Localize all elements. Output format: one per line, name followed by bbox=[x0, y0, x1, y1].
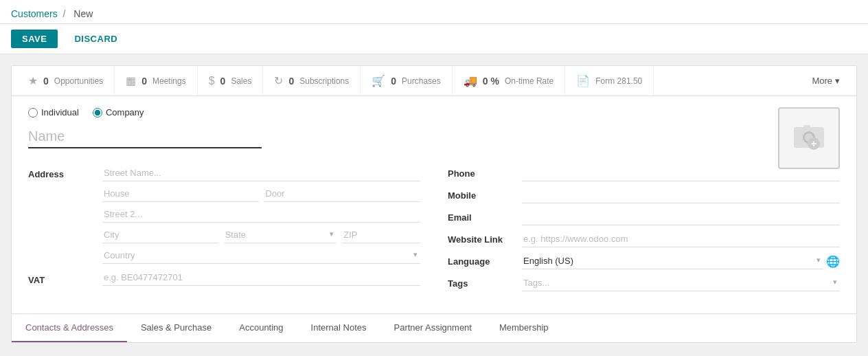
top-bar: Customers / New bbox=[0, 0, 868, 24]
meetings-count: 0 bbox=[141, 76, 147, 87]
zip-input[interactable] bbox=[342, 227, 420, 243]
opportunities-count: 0 bbox=[43, 76, 49, 87]
phone-label: Phone bbox=[448, 168, 516, 179]
breadcrumb-current: New bbox=[73, 8, 93, 19]
tab-partner-assignment[interactable]: Partner Assignment bbox=[380, 314, 486, 342]
calendar-icon: ▦ bbox=[126, 74, 136, 87]
svg-rect-3 bbox=[803, 125, 810, 129]
camera-icon: + bbox=[792, 122, 825, 155]
dollar-icon: $ bbox=[209, 75, 215, 87]
right-column: Phone Mobile Email bbox=[448, 165, 840, 297]
tab-membership[interactable]: Membership bbox=[486, 314, 562, 342]
subscriptions-count: 0 bbox=[288, 76, 294, 87]
stat-sales[interactable]: $ 0 Sales bbox=[198, 66, 264, 96]
purchases-count: 0 bbox=[391, 76, 396, 87]
type-selector: Individual Company bbox=[28, 107, 840, 118]
street2-input[interactable] bbox=[102, 206, 420, 223]
tags-row: Tags Tags... bbox=[448, 275, 840, 291]
website-row: Website Link bbox=[448, 231, 840, 247]
ontime-count: 0 % bbox=[483, 76, 499, 87]
stat-purchases[interactable]: 🛒 0 Purchases bbox=[361, 66, 453, 96]
city-input[interactable] bbox=[102, 227, 218, 243]
name-input[interactable] bbox=[28, 126, 262, 148]
truck-icon: 🚚 bbox=[464, 74, 477, 87]
stat-form[interactable]: 📄 Form 281.50 bbox=[565, 66, 654, 96]
vat-label: VAT bbox=[28, 271, 97, 285]
stat-ontime[interactable]: 🚚 0 % On-time Rate bbox=[453, 66, 565, 96]
left-column: Address bbox=[28, 165, 420, 297]
company-radio[interactable]: Company bbox=[93, 107, 144, 118]
individual-label: Individual bbox=[41, 107, 79, 118]
address-inputs: State Country bbox=[102, 165, 420, 264]
tab-internal-notes[interactable]: Internal Notes bbox=[297, 314, 380, 342]
state-select[interactable]: State bbox=[224, 227, 337, 243]
tags-label: Tags bbox=[448, 278, 516, 289]
stat-opportunities[interactable]: ★ 0 Opportunities bbox=[17, 66, 115, 96]
language-globe-icon[interactable]: 🌐 bbox=[826, 255, 840, 268]
ontime-label: On-time Rate bbox=[505, 76, 553, 86]
doc-icon: 📄 bbox=[576, 74, 590, 87]
website-input[interactable] bbox=[522, 231, 840, 247]
email-row: Email bbox=[448, 209, 840, 225]
meetings-label: Meetings bbox=[152, 76, 186, 86]
chevron-down-icon: ▾ bbox=[835, 76, 840, 86]
breadcrumb: Customers / New bbox=[11, 4, 857, 23]
stat-meetings[interactable]: ▦ 0 Meetings bbox=[115, 66, 198, 96]
vat-input[interactable] bbox=[102, 269, 420, 286]
discard-button[interactable]: DISCARD bbox=[63, 30, 128, 48]
stat-bar: ★ 0 Opportunities ▦ 0 Meetings $ 0 Sales… bbox=[12, 66, 856, 96]
form-area: + Individual Company bbox=[12, 96, 856, 313]
breadcrumb-separator: / bbox=[63, 8, 66, 19]
add-photo-icon: + bbox=[808, 137, 820, 150]
refresh-icon: ↻ bbox=[274, 74, 283, 87]
tabs-bar: Contacts & Addresses Sales & Purchase Ac… bbox=[12, 313, 856, 342]
website-label: Website Link bbox=[448, 234, 516, 245]
vat-row: VAT bbox=[28, 269, 420, 286]
address-row: Address bbox=[28, 165, 420, 264]
individual-radio-input[interactable] bbox=[28, 108, 38, 118]
individual-radio[interactable]: Individual bbox=[28, 107, 79, 118]
language-select[interactable]: English (US) bbox=[522, 253, 823, 269]
tags-select[interactable]: Tags... bbox=[522, 275, 840, 291]
customer-form-card: ★ 0 Opportunities ▦ 0 Meetings $ 0 Sales… bbox=[11, 65, 857, 343]
more-button[interactable]: More ▾ bbox=[801, 66, 851, 96]
house-input[interactable] bbox=[102, 186, 259, 202]
mobile-input[interactable] bbox=[522, 187, 840, 203]
subscriptions-label: Subscriptions bbox=[299, 76, 349, 86]
mobile-row: Mobile bbox=[448, 187, 840, 203]
sales-count: 0 bbox=[220, 76, 226, 87]
company-label: Company bbox=[106, 107, 144, 118]
company-radio-input[interactable] bbox=[93, 108, 102, 118]
cart-icon: 🛒 bbox=[372, 74, 385, 87]
language-row: Language English (US) 🌐 bbox=[448, 253, 840, 269]
action-bar: SAVE DISCARD bbox=[0, 24, 868, 54]
tab-accounting[interactable]: Accounting bbox=[225, 314, 297, 342]
street-input[interactable] bbox=[102, 165, 420, 181]
email-input[interactable] bbox=[522, 209, 840, 225]
tab-sales-purchase[interactable]: Sales & Purchase bbox=[127, 314, 225, 342]
sales-label: Sales bbox=[231, 76, 251, 86]
stat-subscriptions[interactable]: ↻ 0 Subscriptions bbox=[263, 66, 361, 96]
more-label: More bbox=[812, 76, 832, 86]
opportunities-label: Opportunities bbox=[54, 76, 103, 86]
door-input[interactable] bbox=[264, 186, 421, 202]
purchases-label: Purchases bbox=[402, 76, 441, 86]
breadcrumb-parent[interactable]: Customers bbox=[11, 8, 58, 19]
email-label: Email bbox=[448, 212, 516, 223]
tab-contacts[interactable]: Contacts & Addresses bbox=[12, 314, 127, 342]
form-columns: Address bbox=[28, 165, 840, 297]
mobile-label: Mobile bbox=[448, 190, 516, 201]
language-label: Language bbox=[448, 256, 516, 267]
photo-upload[interactable]: + bbox=[778, 107, 840, 169]
star-icon: ★ bbox=[28, 74, 38, 87]
main-content: ★ 0 Opportunities ▦ 0 Meetings $ 0 Sales… bbox=[0, 54, 868, 354]
address-label: Address bbox=[28, 165, 97, 179]
country-select[interactable]: Country bbox=[102, 247, 420, 264]
form-label: Form 281.50 bbox=[595, 76, 642, 86]
save-button[interactable]: SAVE bbox=[11, 30, 58, 48]
